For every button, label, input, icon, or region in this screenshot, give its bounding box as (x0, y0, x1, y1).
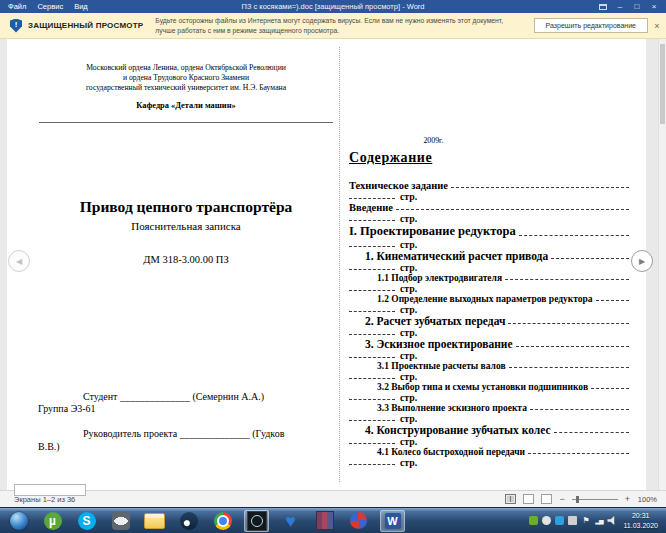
zoom-in-button[interactable]: + (625, 495, 630, 504)
utorrent-icon[interactable] (40, 510, 65, 532)
left-gutter (0, 39, 7, 490)
word-icon[interactable] (380, 510, 405, 532)
network-tray-icon[interactable] (594, 516, 603, 525)
taskbar: 20:31 11.03.2020 (0, 507, 666, 533)
close-button[interactable]: × (647, 1, 661, 12)
volume-tray-icon[interactable] (607, 516, 616, 525)
zoom-level[interactable]: 100% (637, 495, 657, 504)
page-contents-sheet: 2009г. Содержание Техническое заданиестр… (347, 39, 645, 490)
dash-leader (349, 464, 395, 465)
dash-leader (349, 290, 395, 291)
heart-icon[interactable] (278, 510, 303, 532)
skype-icon[interactable] (74, 510, 99, 532)
update-tray-icon[interactable] (542, 516, 551, 525)
gpu-tray-icon[interactable] (529, 516, 538, 525)
toc-entry: 3. Эскизное проектированиестр. (349, 338, 629, 361)
toc-entry: Техническое заданиестр. (349, 180, 629, 202)
status-bar: Экраны 1–2 из 36 − + 100% (0, 490, 666, 507)
dash-leader (505, 279, 629, 280)
toc-entry: 3.1 Проектные расчеты валовстр. (349, 361, 629, 382)
taskbar-clock[interactable]: 20:31 11.03.2020 (616, 511, 666, 530)
toc-entry: I. Проектирование редукторастр. (349, 224, 629, 250)
toc-entry: 3.2 Выбор типа и схемы установки подшипн… (349, 382, 629, 403)
shield-icon (10, 19, 22, 33)
print-layout-icon[interactable] (523, 494, 534, 504)
maximize-button[interactable]: □ (630, 1, 644, 12)
steam-icon[interactable] (176, 510, 201, 532)
flag-tray-icon[interactable] (581, 516, 590, 525)
dash-leader (349, 399, 395, 400)
menu-service[interactable]: Сервис (37, 2, 63, 11)
title-bar: Файл Сервис Вид ПЗ с косяками=).doc [защ… (0, 0, 666, 13)
dash-leader (528, 453, 629, 454)
status-right-tools: − + 100% (505, 494, 666, 504)
dash-leader (396, 209, 629, 210)
minimize-button[interactable]: – (613, 1, 627, 12)
menu-bar: Файл Сервис Вид (0, 2, 88, 11)
toc-entry: 1.2 Определение выходных параметров реду… (349, 294, 629, 315)
dash-leader (591, 388, 629, 389)
media-app-icon[interactable] (346, 510, 371, 532)
protected-view-message: Будьте осторожны файлы из Интернета могу… (155, 16, 513, 35)
dash-leader (349, 246, 395, 247)
toc-entry: 1. Кинематический расчет приводастр. (349, 250, 629, 273)
toc-entry: Введениестр. (349, 202, 629, 224)
divider-line (39, 122, 333, 123)
taskbar-icons (0, 510, 405, 532)
dash-leader (349, 443, 395, 444)
word-window: Файл Сервис Вид ПЗ с косяками=).doc [защ… (0, 0, 666, 533)
app-tray-icon[interactable] (555, 516, 564, 525)
discord-icon[interactable] (108, 510, 133, 532)
zoom-slider-thumb[interactable] (576, 496, 579, 503)
page-title-sheet: Московский ордена Ленина, ордена Октябрь… (36, 39, 336, 490)
dash-leader (509, 367, 629, 368)
web-layout-icon[interactable] (541, 494, 552, 504)
dash-leader (349, 220, 395, 221)
toc-entry: 1.1 Подбор электродвигателястр. (349, 273, 629, 294)
explorer-icon[interactable] (142, 510, 167, 532)
dash-leader (349, 420, 395, 421)
zoom-slider[interactable] (572, 499, 618, 500)
document-area: Московский ордена Ленина, ордена Октябрь… (0, 39, 666, 490)
clock-time: 20:31 (623, 511, 658, 520)
document-title: Привод цепного транспортёра (36, 198, 336, 216)
group-line: Группа Э3-61 (38, 403, 336, 415)
dash-leader (508, 323, 629, 324)
toc-entry: 2. Расчет зубчатых передачстр. (349, 315, 629, 338)
window-title: ПЗ с косяками=).doc [защищенный просмотр… (0, 2, 666, 11)
signature-block: Студент ______________ (Семернин А.А.) Г… (38, 391, 336, 453)
zoom-out-button[interactable]: − (559, 495, 564, 504)
menu-view[interactable]: Вид (74, 2, 88, 11)
dash-leader (551, 258, 629, 259)
supervisor-line-2: В.В.) (38, 441, 336, 453)
usb-tray-icon[interactable] (568, 516, 577, 525)
supervisor-line: Руководитель проекта ______________ (Гуд… (38, 428, 336, 440)
department-name: Кафедра «Детали машин» (36, 101, 336, 110)
scrollbar-thumb[interactable] (660, 44, 665, 124)
next-screen-button[interactable]: ▶ (631, 250, 653, 272)
toc-entry: 3.3 Выполнение эскизного проектастр. (349, 403, 629, 424)
osu-icon[interactable] (244, 510, 269, 532)
read-mode-icon[interactable] (505, 494, 516, 504)
vertical-scrollbar[interactable] (658, 39, 666, 490)
dash-leader (554, 432, 629, 433)
dash-leader (516, 346, 629, 347)
ribbon-options-icon[interactable] (596, 1, 610, 12)
banner-close-icon[interactable]: × (648, 21, 666, 31)
previous-screen-button[interactable]: ◀ (8, 250, 30, 272)
dash-leader (349, 198, 395, 199)
clock-date: 11.03.2020 (623, 521, 658, 530)
university-name: Московский ордена Ленина, ордена Октябрь… (36, 63, 336, 93)
winrar-icon[interactable] (312, 510, 337, 532)
dash-leader (519, 235, 629, 236)
system-tray (529, 516, 616, 525)
document-code: ДМ 318-3.00.00 ПЗ (36, 254, 336, 265)
menu-file[interactable]: Файл (8, 2, 26, 11)
start-button[interactable] (6, 510, 31, 532)
enable-editing-button[interactable]: Разрешить редактирование (534, 18, 648, 33)
toc-list: Техническое заданиестр.Введениестр.I. Пр… (349, 180, 629, 468)
chrome-icon[interactable] (210, 510, 235, 532)
dash-leader (349, 378, 395, 379)
document-subtitle: Пояснительная записка (36, 220, 336, 232)
dash-leader (349, 269, 395, 270)
